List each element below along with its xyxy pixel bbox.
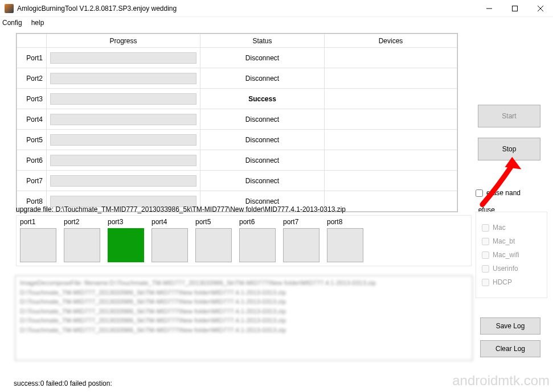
- port-label: Port7: [17, 171, 47, 191]
- status-cell: Disconnect: [200, 48, 325, 68]
- log-line: D:\Touchmate_TM-MID777_2013033986_5k\TM-…: [20, 316, 468, 325]
- table-row: Port4Disconnect: [17, 109, 457, 130]
- progress-cell: [47, 68, 200, 89]
- progress-cell: [47, 150, 200, 171]
- minimize-button[interactable]: [476, 0, 502, 17]
- maximize-button[interactable]: [502, 0, 527, 17]
- progress-bar: [50, 73, 196, 84]
- efuse-userinfo-checkbox[interactable]: Userinfo: [482, 265, 541, 273]
- menubar: Config help: [0, 17, 553, 28]
- app-icon: [5, 4, 14, 13]
- port-box-label: port3: [108, 218, 144, 226]
- log-line: D:\Touchmate_TM-MID777_2013033986_5k\TM-…: [20, 307, 468, 316]
- header-status: Status: [200, 34, 325, 48]
- progress-cell: [47, 130, 200, 150]
- port-box-label: port8: [327, 218, 363, 226]
- start-button[interactable]: Start: [478, 105, 540, 127]
- erase-nand-label: erase nand: [486, 189, 521, 197]
- progress-cell: [47, 109, 200, 130]
- table-row: Port3Success: [17, 89, 457, 109]
- table-row: Port2Disconnect: [17, 68, 457, 89]
- status-cell: Disconnect: [200, 150, 325, 171]
- port-box-square: [20, 228, 56, 262]
- log-line: D:\Touchmate_TM-MID777_2013033986_5k\TM-…: [20, 297, 468, 307]
- header-port: [17, 34, 47, 48]
- port-box: port2: [64, 218, 100, 262]
- efuse-group: Mac Mac_bt Mac_wifi Userinfo HDCP: [476, 212, 547, 298]
- header-progress: Progress: [47, 34, 200, 48]
- erase-nand-checkbox[interactable]: erase nand: [476, 189, 544, 197]
- status-cell: Disconnect: [200, 109, 325, 130]
- progress-cell: [47, 171, 200, 191]
- save-log-button[interactable]: Save Log: [480, 317, 540, 335]
- upgrade-file-label: upgrade file: D:\Touchmate_TM-MID777_201…: [16, 205, 346, 213]
- port-box-square: [195, 228, 232, 262]
- devices-cell: [325, 130, 457, 150]
- port-label: Port1: [17, 48, 47, 68]
- log-line: ImageDecomposeFile: filename:D:\Touchmat…: [20, 278, 468, 288]
- port-box-label: port1: [20, 218, 56, 226]
- port-box: port7: [283, 218, 319, 262]
- ports-table: Progress Status Devices Port1DisconnectP…: [16, 33, 458, 212]
- port-box-label: port7: [283, 218, 319, 226]
- status-cell: Disconnect: [200, 171, 325, 191]
- content-area: androidmtk.com Progress Status Devices P…: [0, 30, 553, 392]
- efuse-macwifi-checkbox[interactable]: Mac_wifi: [482, 251, 541, 259]
- menu-config[interactable]: Config: [2, 19, 22, 27]
- port-box-square: [283, 228, 319, 262]
- log-line: D:\Touchmate_TM-MID777_2013033986_5k\TM-…: [20, 325, 468, 335]
- port-box: port1: [20, 218, 56, 262]
- port-box: port4: [151, 218, 188, 262]
- devices-cell: [325, 150, 457, 171]
- port-box-label: port5: [195, 218, 232, 226]
- efuse-hdcp-checkbox[interactable]: HDCP: [482, 278, 541, 286]
- clear-log-button[interactable]: Clear Log: [480, 340, 540, 357]
- devices-cell: [325, 68, 457, 89]
- menu-help[interactable]: help: [31, 19, 44, 27]
- port-box-label: port6: [239, 218, 276, 226]
- status-bar: success:0 failed:0 failed postion:: [14, 379, 112, 387]
- annotation-arrow: [472, 156, 523, 207]
- progress-bar: [50, 175, 196, 187]
- log-line: D:\Touchmate_TM-MID777_2013033986_5k\TM-…: [20, 288, 468, 298]
- progress-bar: [50, 134, 196, 146]
- port-label: Port4: [17, 109, 47, 130]
- stop-button[interactable]: Stop: [478, 138, 540, 160]
- progress-bar: [50, 114, 196, 125]
- port-label: Port2: [17, 68, 47, 89]
- efuse-mac-checkbox[interactable]: Mac: [482, 224, 541, 232]
- progress-cell: [47, 48, 200, 68]
- log-area[interactable]: ImageDecomposeFile: filename:D:\Touchmat…: [15, 275, 473, 361]
- table-row: Port5Disconnect: [17, 130, 457, 150]
- port-label: Port5: [17, 130, 47, 150]
- window-title: AmlogicBurningTool V1.2.8.0817.SP3.enjoy…: [17, 5, 476, 13]
- table-row: Port7Disconnect: [17, 171, 457, 191]
- status-cell: Disconnect: [200, 68, 325, 89]
- port-box-square: [64, 228, 100, 262]
- table-row: Port1Disconnect: [17, 48, 457, 68]
- devices-cell: [325, 89, 457, 109]
- status-cell: Disconnect: [200, 130, 325, 150]
- port-box-square: [239, 228, 276, 262]
- progress-bar: [50, 155, 196, 166]
- devices-cell: [325, 171, 457, 191]
- header-devices: Devices: [325, 34, 457, 48]
- port-box-label: port2: [64, 218, 100, 226]
- svg-rect-1: [512, 6, 517, 11]
- port-box: port6: [239, 218, 276, 262]
- port-box: port3: [108, 218, 144, 262]
- status-cell: Success: [200, 89, 325, 109]
- efuse-macbt-checkbox[interactable]: Mac_bt: [482, 237, 541, 245]
- devices-cell: [325, 48, 457, 68]
- progress-cell: [47, 89, 200, 109]
- port-box-square: [151, 228, 188, 262]
- port-label: Port3: [17, 89, 47, 109]
- titlebar: AmlogicBurningTool V1.2.8.0817.SP3.enjoy…: [0, 0, 553, 17]
- progress-bar: [50, 52, 196, 64]
- port-status-boxes: port1port2port3port4port5port6port7port8: [16, 215, 472, 266]
- close-button[interactable]: [527, 0, 553, 17]
- progress-bar: [50, 93, 196, 105]
- port-box-square: [327, 228, 363, 262]
- erase-nand-input[interactable]: [476, 189, 483, 197]
- port-label: Port6: [17, 150, 47, 171]
